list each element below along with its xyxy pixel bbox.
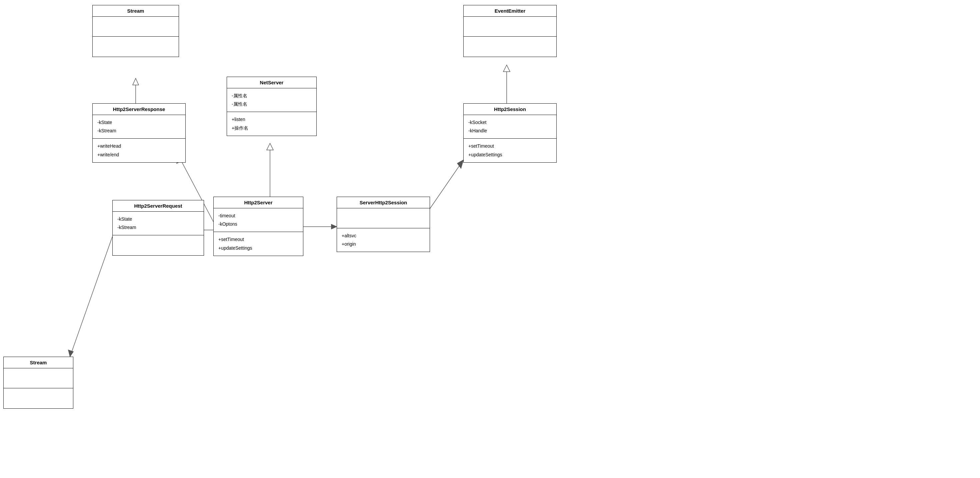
svg-line-8 <box>70 237 112 357</box>
class-stream-bottom-title: Stream <box>4 357 73 368</box>
class-http2server-attrs: -timeout -kOptons <box>214 208 303 232</box>
class-stream-top-title: Stream <box>93 5 179 17</box>
method-opname: +操作名 <box>232 124 312 132</box>
class-netserver: NetServer -属性名 -属性名 +listen +操作名 <box>227 76 317 136</box>
class-http2serverresponse: Http2ServerResponse -kState -kStream +wr… <box>92 104 186 163</box>
attr-kstate-response: -kState <box>97 118 181 127</box>
svg-marker-9 <box>68 350 73 357</box>
attr-kstate-request: -kState <box>117 215 199 223</box>
class-serverhttp2session-methods: +altsvc +origin <box>337 228 430 252</box>
attr-propname2: -属性名 <box>232 100 312 108</box>
class-stream-bottom: Stream <box>3 357 73 409</box>
class-http2serverrequest: Http2ServerRequest -kState -kStream <box>112 200 204 256</box>
class-http2session-attrs: -kSocket -kHandle <box>464 115 556 139</box>
class-netserver-methods: +listen +操作名 <box>227 112 317 135</box>
class-http2session-title: Http2Session <box>464 104 556 115</box>
class-netserver-attrs: -属性名 -属性名 <box>227 88 317 112</box>
class-http2server-methods: +setTimeout +updateSettings <box>214 232 303 255</box>
attr-koptons: -kOptons <box>218 220 298 228</box>
method-writehead: +writeHead <box>97 142 181 150</box>
class-serverhttp2session: ServerHttp2Session +altsvc +origin <box>337 197 430 252</box>
uml-diagram: Stream Http2ServerResponse -kState -kStr… <box>0 0 980 478</box>
method-listen: +listen <box>232 115 312 124</box>
method-origin: +origin <box>342 240 425 249</box>
class-http2session-methods: +setTimeout +updateSettings <box>464 139 556 162</box>
method-settimeout-session: +setTimeout <box>468 142 552 150</box>
class-http2server: Http2Server -timeout -kOptons +setTimeou… <box>213 197 303 256</box>
attr-kstream-response: -kStream <box>97 127 181 135</box>
class-eventemitter-title: EventEmitter <box>464 5 556 17</box>
class-stream-bottom-section2 <box>4 388 73 408</box>
class-netserver-title: NetServer <box>227 77 317 88</box>
class-eventemitter-section1 <box>464 17 556 37</box>
class-http2serverresponse-methods: +writeHead +write/end <box>93 139 185 162</box>
svg-marker-3 <box>267 143 273 150</box>
class-eventemitter-section2 <box>464 37 556 57</box>
class-http2serverresponse-title: Http2ServerResponse <box>93 104 185 115</box>
class-http2serverrequest-title: Http2ServerRequest <box>113 200 204 212</box>
svg-marker-11 <box>331 224 337 229</box>
class-eventemitter: EventEmitter <box>463 5 557 57</box>
method-updatesettings-session: +updateSettings <box>468 151 552 159</box>
method-altsvc: +altsvc <box>342 232 425 240</box>
class-http2server-title: Http2Server <box>214 197 303 208</box>
attr-kstream-request: -kStream <box>117 223 199 232</box>
class-stream-top-section2 <box>93 37 179 57</box>
svg-line-12 <box>427 160 463 214</box>
class-stream-bottom-section1 <box>4 368 73 388</box>
class-http2serverresponse-attrs: -kState -kStream <box>93 115 185 139</box>
attr-ksocket: -kSocket <box>468 118 552 127</box>
method-writeend: +write/end <box>97 151 181 159</box>
class-stream-top-section1 <box>93 17 179 37</box>
class-serverhttp2session-attrs <box>337 208 430 228</box>
class-http2serverrequest-methods <box>113 235 204 255</box>
svg-marker-15 <box>503 65 510 72</box>
attr-khandle: -kHandle <box>468 127 552 135</box>
class-http2serverrequest-attrs: -kState -kStream <box>113 212 204 235</box>
class-serverhttp2session-title: ServerHttp2Session <box>337 197 430 208</box>
method-updatesettings-server: +updateSettings <box>218 244 298 252</box>
method-settimeout-server: +setTimeout <box>218 235 298 244</box>
attr-propname1: -属性名 <box>232 92 312 100</box>
class-stream-top: Stream <box>92 5 179 57</box>
svg-marker-13 <box>457 160 463 168</box>
class-http2session: Http2Session -kSocket -kHandle +setTimeo… <box>463 104 557 163</box>
svg-marker-1 <box>133 78 138 85</box>
attr-timeout: -timeout <box>218 212 298 220</box>
